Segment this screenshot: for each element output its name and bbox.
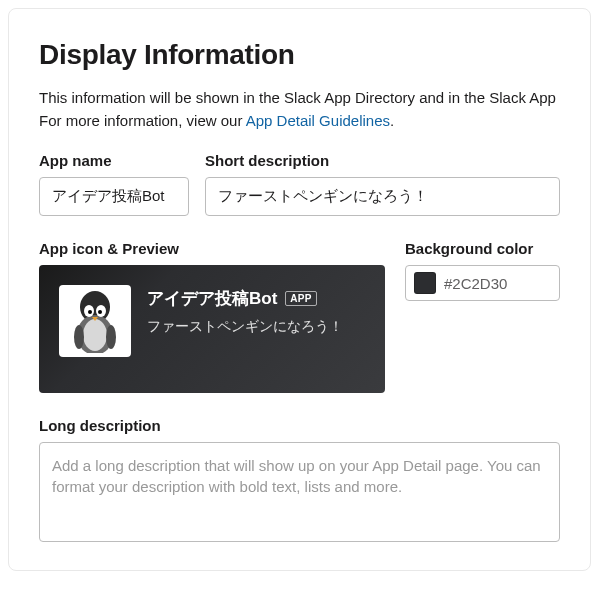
short-desc-label: Short description <box>205 152 560 169</box>
long-desc-label: Long description <box>39 417 560 434</box>
long-desc-textarea[interactable] <box>39 442 560 542</box>
intro-text: This information will be shown in the Sl… <box>39 87 560 132</box>
svg-point-5 <box>88 310 92 314</box>
app-avatar[interactable] <box>59 285 131 357</box>
svg-point-8 <box>106 325 116 349</box>
app-name-input[interactable] <box>39 177 189 216</box>
name-desc-row: App name Short description <box>39 152 560 216</box>
preview-section: App icon & Preview <box>39 240 385 393</box>
svg-point-7 <box>74 325 84 349</box>
bgcolor-section: Background color #2C2D30 <box>405 240 560 393</box>
preview-title-row: アイデア投稿Bot APP <box>147 287 343 310</box>
bgcolor-value: #2C2D30 <box>444 275 507 292</box>
bgcolor-input[interactable]: #2C2D30 <box>405 265 560 301</box>
short-desc-field: Short description <box>205 152 560 216</box>
guidelines-link[interactable]: App Detail Guidelines <box>246 112 390 129</box>
preview-title: アイデア投稿Bot <box>147 287 277 310</box>
penguin-icon <box>67 289 123 353</box>
intro-line2-suffix: . <box>390 112 394 129</box>
intro-line2-prefix: For more information, view our <box>39 112 246 129</box>
svg-point-2 <box>83 319 107 351</box>
short-desc-input[interactable] <box>205 177 560 216</box>
preview-label: App icon & Preview <box>39 240 385 257</box>
preview-box: アイデア投稿Bot APP ファーストペンギンになろう！ <box>39 265 385 393</box>
intro-line1: This information will be shown in the Sl… <box>39 89 556 106</box>
display-information-card: Display Information This information wil… <box>8 8 591 571</box>
preview-desc: ファーストペンギンになろう！ <box>147 316 343 337</box>
preview-text: アイデア投稿Bot APP ファーストペンギンになろう！ <box>147 285 343 337</box>
long-desc-section: Long description <box>39 417 560 546</box>
app-badge: APP <box>285 291 316 306</box>
bgcolor-label: Background color <box>405 240 560 257</box>
app-name-field: App name <box>39 152 189 216</box>
svg-point-6 <box>98 310 102 314</box>
page-title: Display Information <box>39 39 560 71</box>
app-name-label: App name <box>39 152 189 169</box>
color-swatch <box>414 272 436 294</box>
preview-bgcolor-row: App icon & Preview <box>39 240 560 393</box>
